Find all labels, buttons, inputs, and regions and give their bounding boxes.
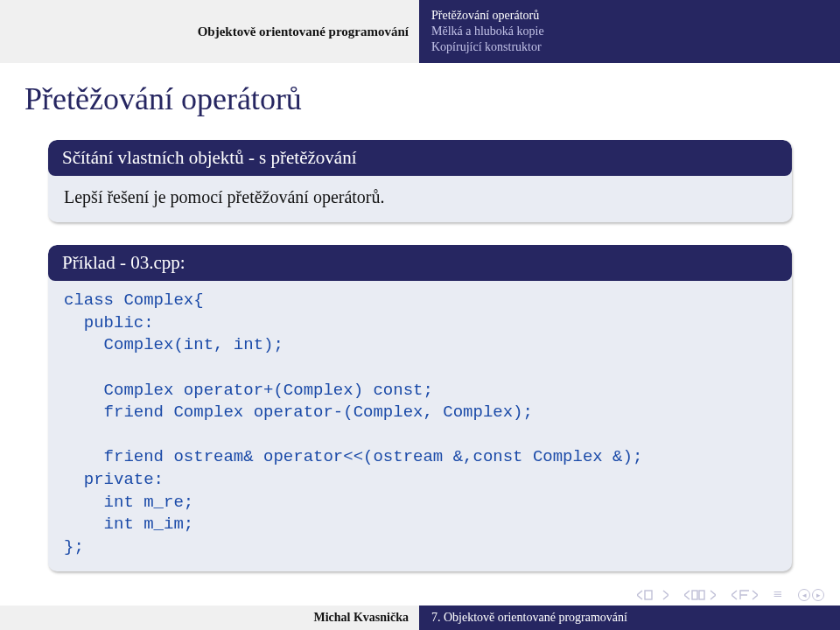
block-example: Příklad - 03.cpp: class Complex{ public:… <box>48 245 792 571</box>
block-example-code: class Complex{ public: Complex(int, int)… <box>48 281 792 571</box>
nav-appendix-icon[interactable]: ≡ <box>774 585 782 604</box>
nav-prev-slide-icon[interactable] <box>637 589 668 601</box>
content-blocks: Sčítání vlastních objektů - s přetěžován… <box>48 140 792 594</box>
section-link-1[interactable]: Mělká a hluboká kopie <box>431 24 840 38</box>
section-link-0[interactable]: Přetěžování operátorů <box>431 9 840 23</box>
header-right: Přetěžování operátorů Mělká a hluboká ko… <box>419 0 840 63</box>
footer-author: Michal Kvasnička <box>0 606 419 630</box>
slide-header: Objektově orientované programování Přetě… <box>0 0 840 63</box>
section-link-2[interactable]: Kopírující konstruktor <box>431 40 840 54</box>
block-summary-head: Sčítání vlastních objektů - s přetěžován… <box>48 140 792 176</box>
slide-footer: Michal Kvasnička 7. Objektově orientovan… <box>0 606 840 630</box>
page-title: Přetěžování operátorů <box>24 80 302 117</box>
nav-back-forward-icon[interactable]: ◂▸ <box>798 589 824 601</box>
header-left: Objektově orientované programování <box>0 0 419 63</box>
block-example-head: Příklad - 03.cpp: <box>48 245 792 281</box>
svg-rect-0 <box>645 591 652 599</box>
footer-talk: 7. Objektově orientované programování <box>419 606 840 630</box>
svg-rect-2 <box>699 591 704 599</box>
block-summary: Sčítání vlastních objektů - s přetěžován… <box>48 140 792 222</box>
beamer-nav-symbols: ≡ ◂▸ <box>637 585 824 604</box>
block-summary-body: Lepší řešení je pomocí přetěžování operá… <box>48 176 792 222</box>
nav-prev-frame-icon[interactable] <box>684 589 716 601</box>
nav-prev-section-icon[interactable] <box>732 589 758 601</box>
svg-rect-1 <box>692 591 697 599</box>
header-left-label: Objektově orientované programování <box>198 24 409 39</box>
